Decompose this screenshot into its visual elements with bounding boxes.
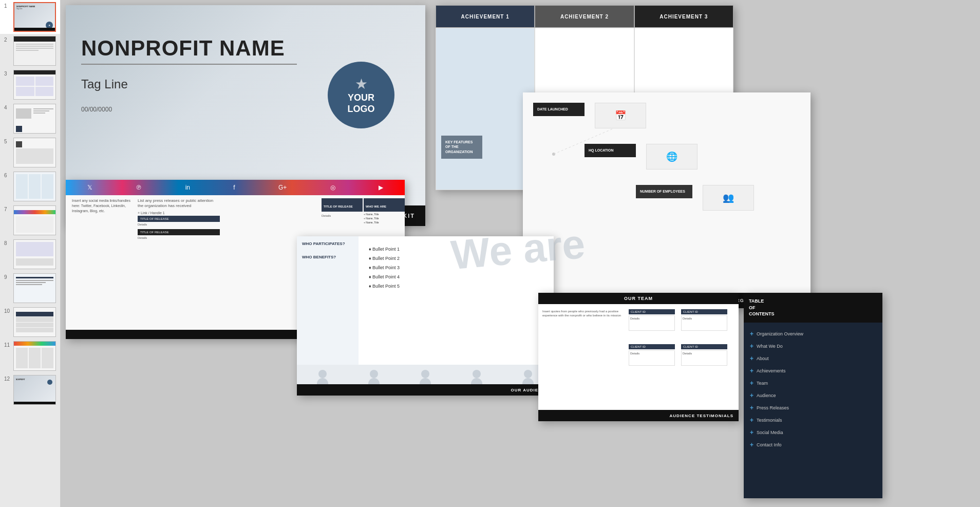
slide-num-3: 3 [4, 70, 10, 77]
slide-thumb-10[interactable]: 10 [0, 305, 60, 339]
slide-thumb-5[interactable]: 5 [0, 136, 60, 170]
slide-preview-8[interactable] [13, 239, 56, 269]
toc-plus-3: + [750, 355, 753, 362]
toc-plus-6: + [750, 392, 753, 399]
toc-title-text: TABLE OF CONTENTS [749, 298, 877, 317]
toc-item-social: + Social Media [744, 426, 882, 439]
google-icon: G+ [278, 184, 287, 191]
toc-item-whatwedo: + What We Do [744, 340, 882, 352]
release-box-2: TITLE OF RELEASE [138, 229, 220, 235]
slide-thumb-1[interactable]: 1 NONPROFIT NAME Tag Line ★ [0, 0, 60, 34]
slide-who-participates[interactable]: WHO PARTICIPATES? WHO BENEFITS? ♦ Bullet… [297, 236, 554, 396]
toc-label-5: Team [757, 381, 768, 386]
team-header: OUR TEAM [538, 293, 739, 304]
toc-label-4: Achievements [757, 368, 786, 373]
facebook-icon: f [233, 184, 235, 191]
toc-item-about: + About [744, 352, 882, 365]
who-right-col: ♦ Bullet Point 1 ♦ Bullet Point 2 ♦ Bull… [369, 247, 543, 293]
date-launched-box: DATE LAUNCHED [533, 103, 585, 116]
testimonials-footer: AUDIENCE TESTIMONIALS [538, 410, 739, 421]
slide-preview-3[interactable] [13, 70, 56, 100]
link-handle: + Link / Handle 1 [138, 211, 220, 215]
num-employees-text: NUMBER OF EMPLOYEES [640, 189, 688, 194]
twitter-icon: 𝕏 [87, 184, 92, 191]
achievement-body-col-1: KEY FEATURES OF THE ORGANIZATION [436, 28, 535, 190]
num-employees-box: NUMBER OF EMPLOYEES [636, 185, 692, 198]
toc-item-audience: + Audience [744, 389, 882, 402]
slide-thumb-7[interactable]: 7 [0, 203, 60, 237]
tagline: Tag Line [81, 77, 128, 91]
name-2: + Name, Title [364, 217, 403, 220]
slide-preview-10[interactable] [13, 307, 56, 337]
slide-thumb-8[interactable]: 8 [0, 237, 60, 271]
release-box-1: TITLE OF RELEASE [138, 216, 220, 222]
title-col-detail: Details [322, 210, 363, 219]
who-benefits-label: WHO BENEFITS? [302, 255, 353, 260]
slide-toc[interactable]: TABLE OF CONTENTS + Organization Overvie… [744, 293, 882, 498]
toc-label-6: Audience [757, 393, 776, 398]
people-icon: 👥 [703, 185, 754, 211]
date-launched-text: DATE LAUNCHED [537, 107, 580, 112]
who-we-are-box: WHO WE ARE [364, 198, 405, 212]
name-1: + Name, Title [364, 213, 403, 216]
toc-item-press: + Press Releases [744, 402, 882, 414]
slide-org-overview[interactable]: DATE LAUNCHED 📅 HQ LOCATION 🌐 NUMBER OF … [523, 92, 811, 308]
toc-label-2: What We Do [757, 344, 783, 349]
slide-preview-9[interactable] [13, 273, 56, 303]
client-card-1: CLIENT ID Details [629, 309, 675, 331]
bullet-5: ♦ Bullet Point 5 [369, 284, 543, 289]
slide-num-8: 8 [4, 239, 10, 246]
youtube-icon: ▶ [379, 184, 383, 191]
name-3: + Name, Title [364, 221, 403, 224]
testimonial-quote: Insert quotes from people who previously… [542, 309, 625, 318]
slide-num-7: 7 [4, 205, 10, 212]
social-insert-text: Insert any social media links/handles he… [72, 198, 134, 213]
slide-our-team[interactable]: OUR TEAM Insert quotes from people who p… [538, 293, 739, 421]
globe-icon: 🌐 [646, 144, 698, 170]
who-participates-label: WHO PARTICIPATES? [302, 241, 353, 247]
toc-item-testimonials: + Testimonials [744, 414, 882, 426]
main-canvas: NONPROFIT NAME Tag Line 00/00/0000 ★ YOU… [61, 0, 980, 507]
slide-thumb-11[interactable]: 11 [0, 339, 60, 373]
slide-thumb-3[interactable]: 3 [0, 68, 60, 102]
slide-thumb-12[interactable]: 12 NONPROFIT [0, 373, 60, 407]
slide-num-1: 1 [4, 2, 10, 9]
slide-date: 00/00/0000 [81, 106, 112, 113]
star-icon: ★ [355, 76, 368, 92]
bullet-4: ♦ Bullet Point 4 [369, 274, 543, 279]
slide-num-11: 11 [4, 341, 10, 348]
audience-footer: OUR AUDIENCE [297, 384, 554, 396]
slide-preview-6[interactable] [13, 172, 56, 201]
achievement-header: ACHIEVEMENT 1 ACHIEVEMENT 2 ACHIEVEMENT … [436, 5, 733, 28]
slide-preview-5[interactable] [13, 138, 56, 167]
toc-plus-1: + [750, 330, 753, 337]
toc-label-8: Testimonials [757, 418, 782, 423]
key-features-box: KEY FEATURES OF THE ORGANIZATION [441, 136, 482, 159]
slide-num-5: 5 [4, 138, 10, 144]
slide-thumb-4[interactable]: 4 [0, 102, 60, 136]
toc-plus-7: + [750, 404, 753, 411]
slide-thumb-2[interactable]: 2 [0, 34, 60, 68]
slide-num-10: 10 [4, 307, 10, 314]
slide-thumb-6[interactable]: 6 [0, 170, 60, 203]
toc-label-3: About [757, 356, 769, 361]
toc-item-org: + Organization Overview [744, 328, 882, 340]
slide-preview-7[interactable] [13, 205, 56, 235]
slide-preview-1[interactable]: NONPROFIT NAME Tag Line ★ [13, 2, 56, 32]
slide-thumb-9[interactable]: 9 [0, 271, 60, 305]
toc-title-box: TABLE OF CONTENTS [744, 293, 882, 323]
slide-preview-4[interactable] [13, 104, 56, 134]
achievement-col-3: ACHIEVEMENT 3 [634, 5, 733, 28]
toc-plus-9: + [750, 429, 753, 436]
hq-location-box: HQ LOCATION [585, 144, 636, 157]
slide-preview-11[interactable] [13, 341, 56, 371]
toc-plus-8: + [750, 417, 753, 424]
slide-preview-2[interactable] [13, 36, 56, 66]
slide-preview-12[interactable]: NONPROFIT [13, 375, 56, 405]
team-body: Insert quotes from people who previously… [538, 304, 739, 416]
pinterest-icon: ℗ [136, 184, 142, 191]
bullet-3: ♦ Bullet Point 3 [369, 265, 543, 270]
toc-plus-4: + [750, 367, 753, 374]
team-header-text: OUR TEAM [624, 296, 653, 301]
release-detail-2: Details [138, 236, 220, 239]
